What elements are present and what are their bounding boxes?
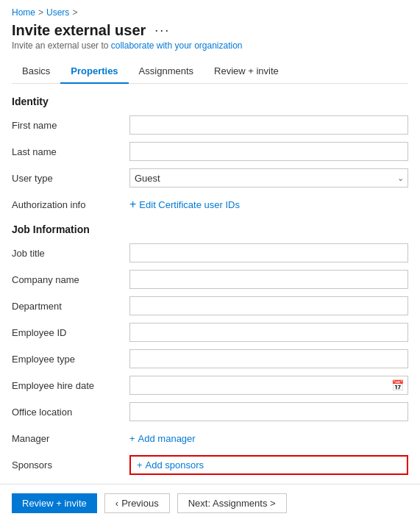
breadcrumb-sep2: > [72,7,77,18]
employee-hire-date-label: Employee hire date [12,380,129,391]
employee-id-row: Employee ID [12,322,408,343]
plus-icon-sponsors: + [137,460,143,471]
employee-id-input[interactable] [129,323,408,342]
department-label: Department [12,301,129,312]
breadcrumb-users[interactable]: Users [46,7,69,18]
user-type-select-wrapper: Guest Member ⌄ [129,168,408,187]
employee-type-row: Employee type [12,348,408,369]
left-arrow-icon: ‹ [115,498,118,509]
breadcrumb: Home > Users > [12,7,408,18]
auth-info-row: Authorization info + Edit Certificate us… [12,194,408,215]
sponsors-row: Sponsors + Add sponsors [12,454,408,475]
previous-button[interactable]: ‹ Previous [104,493,170,513]
manager-row: Manager + Add manager [12,428,408,448]
company-name-input[interactable] [129,270,408,289]
employee-type-label: Employee type [12,354,129,365]
office-location-row: Office location [12,401,408,422]
edit-certificate-link[interactable]: + Edit Certificate user IDs [129,199,408,210]
subtitle-link[interactable]: collaborate with your organization [111,40,243,51]
job-header: Job Information [12,224,408,235]
breadcrumb-sep1: > [38,7,43,18]
add-manager-text: Add manager [138,433,196,444]
manager-label: Manager [12,433,129,444]
review-invite-button[interactable]: Review + invite [12,493,97,513]
page-subtitle: Invite an external user to collaborate w… [12,40,408,51]
page-title: Invite external user [12,22,146,39]
department-row: Department [12,296,408,316]
tab-basics[interactable]: Basics [12,60,60,84]
last-name-label: Last name [12,146,129,157]
tab-review-invite[interactable]: Review + invite [204,60,289,84]
date-wrapper: 📅 [129,376,408,395]
employee-type-input[interactable] [129,349,408,368]
last-name-row: Last name [12,141,408,162]
ellipsis-button[interactable]: ··· [152,23,173,38]
last-name-input[interactable] [129,142,408,161]
edit-certificate-text: Edit Certificate user IDs [139,199,240,210]
company-name-label: Company name [12,274,129,285]
employee-id-label: Employee ID [12,327,129,338]
footer: Review + invite ‹ Previous Next: Assignm… [0,484,420,522]
sponsors-label: Sponsors [12,460,129,471]
user-type-select[interactable]: Guest Member [129,168,408,187]
page-title-row: Invite external user ··· [12,22,408,39]
tab-properties[interactable]: Properties [60,60,128,84]
identity-header: Identity [12,96,408,107]
employee-hire-date-row: Employee hire date 📅 [12,375,408,396]
office-location-label: Office location [12,407,129,418]
job-title-row: Job title [12,243,408,263]
tab-assignments[interactable]: Assignments [129,60,204,84]
plus-icon-manager: + [129,433,135,444]
employee-hire-date-input[interactable] [129,376,408,395]
add-manager-link[interactable]: + Add manager [129,433,408,444]
user-type-label: User type [12,173,129,184]
company-name-row: Company name [12,269,408,290]
first-name-row: First name [12,115,408,135]
department-input[interactable] [129,296,408,315]
user-type-row: User type Guest Member ⌄ [12,168,408,188]
first-name-label: First name [12,120,129,131]
auth-info-label: Authorization info [12,199,129,210]
office-location-input[interactable] [129,402,408,421]
add-sponsors-button[interactable]: + Add sponsors [129,455,408,475]
breadcrumb-home[interactable]: Home [12,7,35,18]
add-sponsors-text: Add sponsors [146,460,204,471]
tabs-container: Basics Properties Assignments Review + i… [12,60,408,84]
job-title-label: Job title [12,248,129,259]
plus-icon: + [129,199,136,210]
next-assignments-button[interactable]: Next: Assignments > [177,493,287,513]
first-name-input[interactable] [129,115,408,135]
job-title-input[interactable] [129,243,408,262]
